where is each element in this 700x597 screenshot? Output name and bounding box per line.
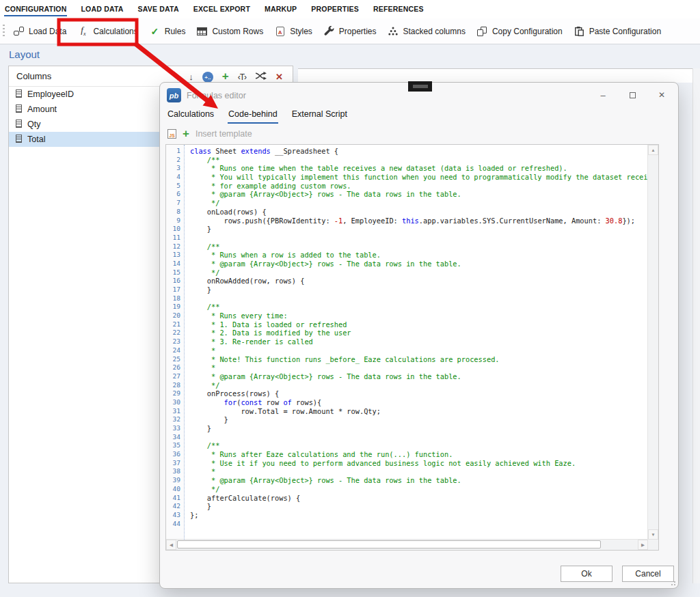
code-text: * for example adding custom rows. [184, 182, 351, 191]
ok-button[interactable]: Ok [561, 566, 612, 582]
line-number: 18 [166, 294, 184, 303]
up-arrow-icon[interactable]: ↑ [176, 70, 180, 83]
horizontal-scrollbar-thumb[interactable] [177, 540, 601, 549]
column-item-label: Qty [27, 120, 40, 129]
function-circle-icon[interactable]: +.. [202, 70, 213, 83]
toolbar-grip-icon[interactable] [3, 25, 5, 38]
toolbar-button-paste-configuration[interactable]: Paste Configuration [574, 26, 661, 36]
line-number: 9 [166, 217, 184, 225]
code-line: 22 * 2. Data is modified by the user [166, 329, 648, 337]
code-text [184, 294, 190, 303]
scroll-up-icon[interactable]: ▲ [648, 145, 658, 155]
toolbar-button-label: Rules [165, 27, 186, 36]
text-column-icon[interactable]: ‹T› [238, 70, 246, 83]
toolbar-button-styles[interactable]: AStyles [274, 27, 312, 36]
tab-code-behind[interactable]: Code-behind [228, 107, 278, 124]
window-scroll-gutter [692, 68, 700, 583]
delete-icon[interactable]: ✕ [275, 70, 283, 83]
shuffle-icon[interactable] [255, 70, 267, 83]
toolbar: Load DatafxCalculations✓RulesCustom Rows… [0, 18, 700, 44]
code-line: 24 * [166, 346, 648, 355]
code-text: * Note! This function runs _before_ Eaze… [184, 355, 500, 364]
line-number: 5 [166, 182, 184, 191]
line-number: 6 [166, 190, 184, 199]
insert-plus-icon[interactable]: + [183, 128, 189, 139]
code-line: 10 } [166, 225, 648, 234]
menu-item-properties[interactable]: PROPERTIES [310, 3, 360, 16]
code-line: 39 * @param {Array<Object>} rows - The d… [166, 476, 648, 485]
maximize-icon[interactable] [627, 89, 638, 100]
toolbar-button-rules[interactable]: ✓Rules [149, 27, 186, 36]
toolbar-button-label: Styles [290, 27, 312, 36]
dialog-title-bar[interactable]: pb Formulas editor [167, 88, 246, 102]
menu-item-save-data[interactable]: SAVE DATA [137, 3, 180, 16]
cancel-button[interactable]: Cancel [622, 566, 674, 582]
menu-item-excel-export[interactable]: EXCEL EXPORT [193, 3, 251, 16]
formulas-editor-dialog: pb Formulas editor –✕ CalculationsCode-b… [159, 82, 679, 589]
line-number: 27 [166, 372, 184, 381]
line-number: 22 [166, 329, 184, 337]
code-line: 4 * You will typically implement this fu… [166, 173, 648, 182]
down-arrow-icon[interactable]: ↓ [189, 70, 193, 83]
code-line: 8 onLoad(rows) { [166, 208, 648, 217]
toolbar-button-custom-rows[interactable]: Custom Rows [196, 27, 263, 36]
code-area[interactable]: 1class Sheet extends __Spreadsheet {2 /*… [166, 145, 648, 540]
code-text: * @param {Array<Object>} rows - The data… [184, 476, 461, 485]
code-text: * 3. Re-render is called [184, 337, 313, 346]
code-text: * 2. Data is modified by the user [184, 329, 351, 337]
toolbar-button-calculations[interactable]: fxCalculations [77, 25, 137, 37]
scroll-right-icon[interactable]: ▶ [638, 540, 648, 550]
scroll-left-icon[interactable]: ◀ [166, 540, 176, 550]
column-item-label: EmployeeID [27, 89, 74, 99]
toolbar-button-properties[interactable]: Properties [323, 26, 377, 36]
tab-calculations[interactable]: Calculations [167, 107, 215, 124]
code-text: for(const row of rows){ [184, 398, 321, 407]
code-text: * Runs every time: [184, 311, 288, 320]
window-controls: –✕ [597, 89, 667, 100]
resize-grip[interactable] [669, 579, 676, 586]
copy-icon [476, 27, 488, 36]
columns-panel-toolbar: ↑↓+..+‹T›✕ [176, 70, 293, 83]
code-text: * [184, 467, 215, 476]
minimize-icon[interactable]: – [597, 89, 608, 100]
code-editor[interactable]: 1class Sheet extends __Spreadsheet {2 /*… [165, 144, 659, 551]
code-text: afterCalculate(rows) { [184, 494, 300, 503]
toolbar-button-label: Stacked columns [403, 27, 466, 36]
menu-item-references[interactable]: REFERENCES [373, 3, 425, 16]
column-item-label: Total [27, 135, 45, 144]
code-line: 13 * Runs when a row is added to the tab… [166, 251, 648, 260]
code-text: /** [184, 242, 219, 251]
wrench-icon [323, 26, 335, 36]
menu-item-markup[interactable]: MARKUP [264, 3, 297, 16]
horizontal-scrollbar[interactable]: ◀ ▶ [166, 539, 648, 550]
code-line: 34 [166, 433, 648, 442]
line-number: 36 [166, 450, 184, 459]
scrollbar-corner [648, 540, 658, 550]
code-line: 14 * @param {Array<Object>} rows - The d… [166, 260, 648, 268]
insert-template-label[interactable]: Insert template [196, 129, 252, 139]
line-number: 32 [166, 415, 184, 424]
code-text: class Sheet extends __Spreadsheet { [184, 147, 338, 156]
scroll-down-icon[interactable]: ▼ [648, 529, 658, 540]
line-number: 10 [166, 225, 184, 234]
menu-item-configuration[interactable]: CONFIGURATION [4, 3, 67, 16]
line-number: 2 [166, 156, 184, 165]
code-text: * 1. Data is loaded or refreshed [184, 320, 347, 329]
toolbar-button-stacked-columns[interactable]: Stacked columns [388, 27, 466, 36]
tab-external-script[interactable]: External Script [291, 107, 348, 124]
code-text: /** [184, 156, 219, 165]
code-line: 43}; [166, 511, 648, 520]
js-template-icon[interactable]: JS [167, 129, 176, 139]
menu-item-load-data[interactable]: LOAD DATA [80, 3, 124, 16]
line-number: 23 [166, 337, 184, 346]
toolbar-button-load-data[interactable]: Load Data [13, 27, 66, 36]
line-number: 24 [166, 346, 184, 355]
add-icon[interactable]: + [222, 70, 229, 83]
vertical-scrollbar[interactable]: ▲ ▼ [647, 145, 658, 540]
code-line: 36 * Runs after Eaze calculations and th… [166, 450, 648, 459]
template-bar: JS + Insert template [167, 128, 252, 139]
line-number: 29 [166, 389, 184, 398]
close-icon[interactable]: ✕ [656, 89, 667, 100]
toolbar-button-copy-configuration[interactable]: Copy Configuration [476, 27, 563, 36]
check-icon: ✓ [149, 27, 161, 36]
